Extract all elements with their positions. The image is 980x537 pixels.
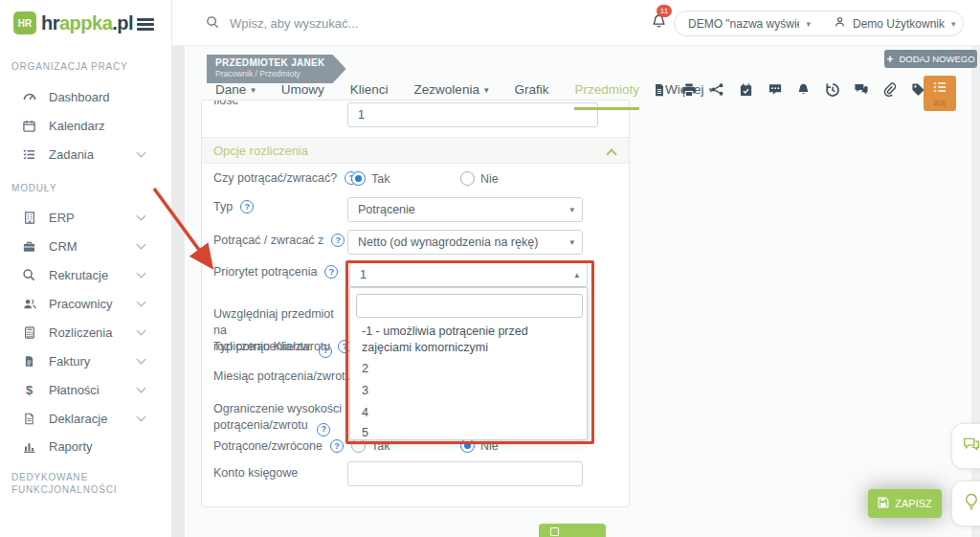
floppy-icon — [878, 497, 889, 510]
notifications-button[interactable]: 11 — [651, 13, 672, 36]
notification-count-badge: 11 — [657, 5, 672, 17]
deducted-row: Potrącone/zwrócone ? — [213, 439, 344, 453]
radio-deducted-no-label[interactable]: Nie — [480, 439, 499, 453]
sidebar-section-organizacja: ORGANIZACJA PRACY — [11, 61, 127, 72]
brand-wordmark-pl: .pl — [112, 12, 133, 34]
sidebar-item-label: Raporty — [49, 439, 93, 454]
sidebar-item-deklaracje[interactable]: Deklaracje — [0, 404, 171, 433]
add-new-button[interactable]: + DODAJ NOWEGO — [884, 50, 977, 68]
deduct-from-select-value: Netto (od wynagrodzenia na rękę) — [358, 235, 538, 249]
deduct-from-select[interactable]: Netto (od wynagrodzenia na rękę) ▾ — [347, 230, 583, 255]
topbar: 11 DEMO "nazwa wyświetl... ▾ Demo Użytko… — [172, 0, 980, 46]
chevron-down-icon — [137, 298, 146, 307]
sidebar-item-label: Rozliczenia — [49, 325, 112, 340]
sidebar-item-rozliczenia[interactable]: Rozliczenia — [0, 318, 171, 347]
sidebar-item-kalendarz[interactable]: Kalendarz — [0, 111, 171, 140]
radio-deduct-yes-label[interactable]: Tak — [371, 172, 390, 186]
app-window: HR hrappka.pl ORGANIZACJA PRACY Dashboar… — [0, 0, 980, 537]
priority-option[interactable]: 4 — [362, 405, 580, 421]
hamburger-menu-icon[interactable] — [137, 18, 154, 31]
caret-up-icon: ▴ — [574, 270, 579, 280]
record-tabs: Dane▾ Umowy Klienci Zezwolenia▾ Grafik P… — [215, 82, 713, 110]
radio-deducted-yes-label[interactable]: Tak — [371, 439, 390, 453]
support-chat-button[interactable] — [951, 423, 980, 469]
sidebar-item-rekrutacje[interactable]: Rekrutacje — [0, 260, 171, 289]
sidebar-item-crm[interactable]: CRM — [0, 232, 171, 260]
deduct-question-label: Czy potrącać/zwracać? — [213, 171, 337, 185]
chart-icon — [21, 438, 37, 454]
comments-icon[interactable] — [854, 82, 869, 98]
radio-deduct-no[interactable] — [460, 171, 475, 186]
file-text-icon[interactable] — [653, 82, 668, 98]
tab-label: Przedmioty — [574, 82, 639, 97]
help-icon[interactable]: ? — [331, 234, 345, 247]
brand-wordmark-hr: hr — [41, 12, 59, 34]
help-icon[interactable]: ? — [317, 423, 330, 436]
deduct-from-label: Potrącać / zwracać z — [213, 234, 323, 247]
priority-option[interactable]: -1 - umożliwia potrącenie przed zajęciam… — [362, 324, 580, 356]
deduction-type-row: Typ potrącenia/zwrotu ? — [213, 340, 351, 353]
section-header-opcje-rozliczenia[interactable]: Opcje rozliczenia — [202, 137, 630, 164]
priority-dropdown-search-input[interactable] — [356, 294, 583, 318]
sidebar-section-dedykowane-line1: DEDYKOWANE — [11, 471, 117, 483]
share-icon[interactable] — [710, 82, 725, 98]
sidebar-item-pracownicy[interactable]: Pracownicy — [0, 289, 171, 318]
limit-label-line2: potrącenia/zwrotu — [213, 418, 308, 432]
sidebar-section-moduly: MODUŁY — [11, 183, 57, 193]
comment-icon[interactable] — [768, 82, 783, 98]
type-select[interactable]: Potrącenie ▾ — [347, 197, 583, 222]
help-icon[interactable]: ? — [330, 439, 344, 453]
radio-deduct-yes[interactable] — [351, 171, 366, 186]
type-row: Typ ? — [213, 200, 254, 213]
brand-logo[interactable]: HR hrappka.pl — [13, 11, 133, 34]
sidebar-item-dashboard[interactable]: Dashboard — [0, 82, 171, 111]
radio-deduct-no-label[interactable]: Nie — [480, 172, 499, 186]
save-button[interactable]: ZAPISZ — [868, 489, 942, 518]
tab-dane[interactable]: Dane▾ — [215, 82, 256, 110]
checklist-count-badge: 3(3) — [933, 99, 946, 107]
type-select-value: Potrącenie — [358, 203, 415, 216]
hints-button[interactable] — [951, 481, 980, 526]
user-selector[interactable]: Demo Użytkownik ▾ — [820, 11, 966, 35]
tab-przedmioty[interactable]: Przedmioty — [574, 82, 639, 110]
help-icon[interactable]: ? — [324, 265, 338, 279]
tab-umowy[interactable]: Umowy — [281, 82, 324, 110]
organization-selector[interactable]: DEMO "nazwa wyświetl... ▾ — [675, 11, 820, 35]
caret-down-icon: ▾ — [806, 19, 811, 29]
search-input[interactable] — [230, 12, 507, 34]
paperclip-icon[interactable] — [882, 82, 898, 98]
printer-icon[interactable] — [681, 82, 697, 98]
priority-option[interactable]: 3 — [362, 383, 580, 399]
priority-select[interactable]: 1 ▴ — [349, 262, 588, 287]
users-icon — [21, 296, 37, 311]
checklist-toggle-button[interactable]: 3(3) — [924, 76, 956, 111]
plus-icon: + — [886, 53, 893, 66]
tab-klienci[interactable]: Klienci — [350, 82, 389, 110]
tasks-icon — [21, 146, 37, 162]
history-icon[interactable] — [825, 82, 840, 98]
tab-zezwolenia[interactable]: Zezwolenia▾ — [414, 82, 489, 110]
priority-option[interactable]: 5 — [362, 425, 580, 441]
account-row: Konto księgowe — [213, 466, 298, 480]
save-button-bottom[interactable] — [539, 524, 606, 537]
add-new-label: DODAJ NOWEGO — [899, 54, 974, 64]
calendar-check-icon[interactable] — [739, 82, 754, 98]
include-on-client-label-line1: Uwzględniaj przedmiot na — [213, 307, 334, 337]
bell-icon[interactable] — [796, 82, 812, 98]
tab-grafik[interactable]: Grafik — [514, 82, 548, 110]
sidebar-item-label: Faktury — [49, 354, 90, 369]
scroll-track-left[interactable] — [172, 46, 185, 537]
briefcase-icon — [21, 238, 37, 254]
sidebar-item-platnosci[interactable]: $ Płatności — [0, 375, 171, 404]
sidebar-item-erp[interactable]: ERP — [0, 203, 171, 232]
sidebar-item-zadania[interactable]: Zadania — [0, 140, 171, 168]
chevron-down-icon — [137, 413, 146, 422]
priority-option[interactable]: 2 — [362, 361, 580, 377]
help-icon[interactable]: ? — [240, 200, 254, 213]
sidebar-item-raporty[interactable]: Raporty — [0, 432, 171, 460]
sidebar-item-faktury[interactable]: Faktury — [0, 347, 171, 375]
account-input[interactable] — [347, 461, 583, 486]
sidebar-item-label: Zadania — [49, 147, 94, 162]
chevron-up-icon[interactable] — [606, 148, 616, 159]
sidebar-item-label: Pracownicy — [49, 297, 112, 311]
